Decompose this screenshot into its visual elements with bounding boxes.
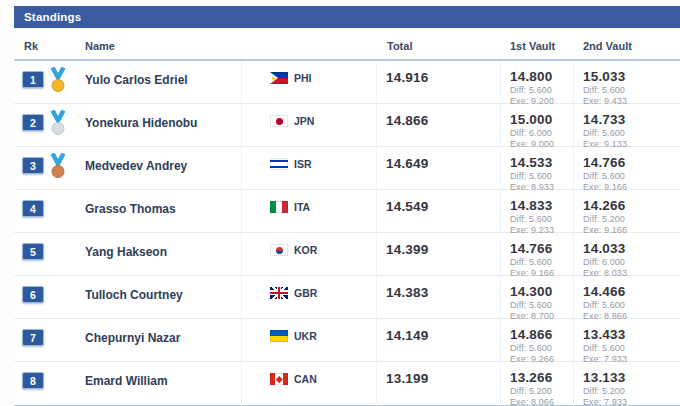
standings-panel: Standings Rk Name Total 1st Vault 2nd Va… xyxy=(14,6,680,406)
isr-flag-icon xyxy=(270,158,288,170)
vault1-difficulty: Diff: 5.600 xyxy=(510,300,573,310)
rank-badge: 5 xyxy=(22,243,44,260)
vault2-cell: 14.466 Diff: 5.600 Exe: 8.866 xyxy=(574,276,680,321)
vault2-difficulty: Diff: 6.000 xyxy=(583,257,680,267)
rank-badge: 6 xyxy=(22,286,44,303)
vault2-cell: 13.433 Diff: 5.600 Exe: 7.933 xyxy=(574,319,680,364)
vault1-execution: Exe: 8.066 xyxy=(510,397,573,406)
table-row[interactable]: 1 Yulo Carlos Edriel PHI 14.916 14.800 D… xyxy=(14,61,680,104)
country-code: KOR xyxy=(294,244,317,256)
athlete-name: Chepurnyi Nazar xyxy=(85,319,242,364)
vault1-cell: 14.800 Diff: 5.600 Exe: 9.200 xyxy=(501,61,574,106)
vault2-cell: 15.033 Diff: 5.600 Exe: 9.433 xyxy=(574,61,680,106)
country-code: CAN xyxy=(294,373,317,385)
vault1-cell: 14.766 Diff: 5.600 Exe: 9.166 xyxy=(501,233,574,278)
vault1-cell: 14.833 Diff: 5.600 Exe: 9.233 xyxy=(501,190,574,235)
country-code: UKR xyxy=(294,330,317,342)
column-header-name: Name xyxy=(85,40,242,59)
country-code: JPN xyxy=(294,115,314,127)
vault1-difficulty: Diff: 5.600 xyxy=(510,257,573,267)
vault2-difficulty: Diff: 5.600 xyxy=(583,85,680,95)
total-score: 14.149 xyxy=(377,319,501,364)
vault2-cell: 14.766 Diff: 5.600 Exe: 9.166 xyxy=(574,147,680,192)
column-header-vault2: 2nd Vault xyxy=(574,40,680,59)
vault2-cell: 13.133 Diff: 5.200 Exe: 7.933 xyxy=(574,362,680,406)
standings-header-bar: Standings xyxy=(14,6,680,28)
ukr-flag-icon xyxy=(270,330,288,342)
vault2-score: 13.433 xyxy=(583,328,680,341)
silver-medal-icon xyxy=(50,110,66,136)
rank-badge: 2 xyxy=(22,114,44,131)
vault1-cell: 15.000 Diff: 6.000 Exe: 9.000 xyxy=(501,104,574,149)
rank-badge: 7 xyxy=(22,329,44,346)
kor-flag-icon xyxy=(270,244,288,256)
vault2-difficulty: Diff: 5.600 xyxy=(583,343,680,353)
vault1-cell: 14.866 Diff: 5.600 Exe: 9.266 xyxy=(501,319,574,364)
rank-badge: 4 xyxy=(22,200,44,217)
vault1-score: 13.266 xyxy=(510,371,573,384)
table-header-row: Rk Name Total 1st Vault 2nd Vault xyxy=(14,28,680,61)
table-row[interactable]: 2 Yonekura Hidenobu JPN 14.866 15.000 Di… xyxy=(14,104,680,147)
vault2-score: 14.733 xyxy=(583,113,680,126)
standings-body: 1 Yulo Carlos Edriel PHI 14.916 14.800 D… xyxy=(14,61,680,405)
country-code: ITA xyxy=(294,201,310,213)
country-code: GBR xyxy=(294,287,317,299)
rank-badge: 1 xyxy=(22,71,44,88)
rank-badge: 3 xyxy=(22,157,44,174)
bronze-medal-icon xyxy=(50,153,66,179)
vault2-score: 14.266 xyxy=(583,199,680,212)
vault1-score: 14.300 xyxy=(510,285,573,298)
gold-medal-icon xyxy=(50,67,66,93)
vault1-score: 14.866 xyxy=(510,328,573,341)
total-score: 14.549 xyxy=(377,190,501,235)
total-score: 14.649 xyxy=(377,147,501,192)
athlete-name: Tulloch Courtney xyxy=(85,276,242,321)
column-header-vault1: 1st Vault xyxy=(501,40,574,59)
vault1-score: 14.766 xyxy=(510,242,573,255)
vault2-difficulty: Diff: 5.200 xyxy=(583,214,680,224)
phi-flag-icon xyxy=(270,72,288,84)
table-row[interactable]: 3 Medvedev Andrey ISR 14.649 14.533 Diff… xyxy=(14,147,680,190)
vault1-cell: 13.266 Diff: 5.200 Exe: 8.066 xyxy=(501,362,574,406)
vault2-difficulty: Diff: 5.200 xyxy=(583,386,680,396)
vault1-score: 15.000 xyxy=(510,113,573,126)
total-score: 14.399 xyxy=(377,233,501,278)
ita-flag-icon xyxy=(270,201,288,213)
vault2-difficulty: Diff: 5.600 xyxy=(583,171,680,181)
total-score: 14.916 xyxy=(377,61,501,106)
jpn-flag-icon xyxy=(270,115,288,127)
vault1-difficulty: Diff: 6.000 xyxy=(510,128,573,138)
column-header-rank: Rk xyxy=(14,40,85,59)
total-score: 14.383 xyxy=(377,276,501,321)
vault1-score: 14.533 xyxy=(510,156,573,169)
vault1-difficulty: Diff: 5.600 xyxy=(510,214,573,224)
table-row[interactable]: 4 Grasso Thomas ITA 14.549 14.833 Diff: … xyxy=(14,190,680,233)
vault2-score: 13.133 xyxy=(583,371,680,384)
table-row[interactable]: 8 Emard William CAN 13.199 13.266 Diff: … xyxy=(14,362,680,405)
can-flag-icon xyxy=(270,373,288,385)
vault1-cell: 14.300 Diff: 5.600 Exe: 8.700 xyxy=(501,276,574,321)
table-row[interactable]: 5 Yang Hakseon KOR 14.399 14.766 Diff: 5… xyxy=(14,233,680,276)
vault2-score: 14.466 xyxy=(583,285,680,298)
athlete-name: Yulo Carlos Edriel xyxy=(85,61,242,106)
vault2-score: 14.766 xyxy=(583,156,680,169)
vault1-difficulty: Diff: 5.600 xyxy=(510,171,573,181)
table-row[interactable]: 6 Tulloch Courtney GBR 14.383 14.300 Dif… xyxy=(14,276,680,319)
athlete-name: Yonekura Hidenobu xyxy=(85,104,242,149)
country-code: ISR xyxy=(294,158,312,170)
athlete-name: Yang Hakseon xyxy=(85,233,242,278)
vault2-cell: 14.033 Diff: 6.000 Exe: 8.033 xyxy=(574,233,680,278)
vault2-execution: Exe: 7.933 xyxy=(583,397,680,406)
vault2-score: 14.033 xyxy=(583,242,680,255)
athlete-name: Medvedev Andrey xyxy=(85,147,242,192)
rank-badge: 8 xyxy=(22,372,44,389)
table-row[interactable]: 7 Chepurnyi Nazar UKR 14.149 14.866 Diff… xyxy=(14,319,680,362)
vault1-cell: 14.533 Diff: 5.600 Exe: 8.933 xyxy=(501,147,574,192)
vault2-difficulty: Diff: 5.600 xyxy=(583,128,680,138)
athlete-name: Emard William xyxy=(85,362,242,406)
vault1-difficulty: Diff: 5.600 xyxy=(510,85,573,95)
gbr-flag-icon xyxy=(270,287,288,299)
panel-title: Standings xyxy=(24,11,81,23)
column-header-total: Total xyxy=(377,40,501,59)
vault2-cell: 14.266 Diff: 5.200 Exe: 9.166 xyxy=(574,190,680,235)
